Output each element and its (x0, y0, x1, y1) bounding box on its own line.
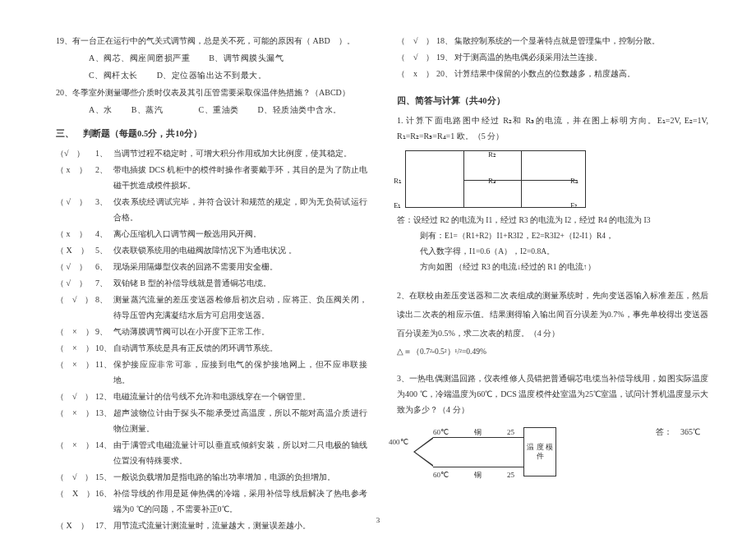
q19-opt-c: C、阀杆太长 (89, 71, 138, 80)
label-copper-bot: 铜 (474, 468, 482, 482)
circuit-diagram: R₁ R₂ R₃ R₄ E₁ E₂ (405, 150, 586, 208)
judge-text: 测量蒸汽流量的差压变送器检修后初次启动，应将正、负压阀关闭，待导压管内充满凝结水… (113, 292, 367, 323)
calc2-stem: 2、在联校由差压变送器和二次表组成的测量系统时，先向变送器输入标准差压，然后读出… (397, 286, 708, 343)
judge-text: 现场采用隔爆型仪表的回路不需要用安全栅。 (113, 259, 367, 274)
judge-mark: （ × ） (56, 405, 95, 436)
q20-opt-b: B、蒸汽 (131, 105, 164, 114)
judge-mark: （ √ ） (56, 389, 95, 404)
calc3-stem: 3、一热电偶测温回路，仪表维修人员错把普通铜芯电缆当补偿导线用，如图实际温度为4… (397, 371, 708, 417)
judge-num: 7、 (95, 275, 113, 291)
label-60c-bot: 60℃ (433, 468, 449, 482)
q19-opts-row2: C、阀杆太长 D、定位器输出达不到最大。 (56, 67, 367, 83)
label-400c: 400℃ (389, 435, 408, 449)
label-25-bot: 25 (507, 468, 514, 482)
q20-opt-d: D、轻质油类中含水。 (258, 105, 342, 114)
judge-text: 电磁流量计的信号线不允许和电源线穿在一个钢管里。 (113, 389, 367, 404)
judge-text: 仪表联锁系统用的电磁阀故障情况下为通电状况 。 (113, 242, 367, 258)
judge-num: 19、 (436, 49, 454, 65)
q19-opt-b: B、调节阀膜头漏气 (209, 53, 284, 62)
judge-text: 离心压缩机入口调节阀一般选用风开阀。 (113, 226, 367, 242)
calc2-ans: △＝（0.7²-0.5²）¹/²=0.49% (397, 344, 708, 359)
calc1-ans3: 代入数字得，I1=0.6（A），I2=0.8A。 (397, 244, 708, 259)
judge-num: 3、 (95, 194, 113, 225)
label-e2: E₂ (570, 199, 579, 213)
judge-mark: （ x ） (56, 226, 95, 242)
judge-12: （ √ ） 12、 电磁流量计的信号线不允许和电源线穿在一个钢管里。 (56, 389, 367, 404)
judge-mark: （ x ） (56, 162, 95, 193)
label-25-top: 25 (507, 426, 514, 440)
judge-3: （ √ ） 3、 仪表系统经调试完毕，并符合设计和规范的规定，即为无负荷试运行合… (56, 194, 367, 225)
q19-opts-row1: A、阀芯、阀座间磨损严重 B、调节阀膜头漏气 (56, 50, 367, 66)
judge-mark: （ √ ） (56, 194, 95, 225)
judge-14: （ × ） 14、 由于满管式电磁流量计可以垂直或倾斜安装，所以对二只电极的轴线… (56, 437, 367, 468)
judge-text: 计算结果中保留的小数点的位数越多，精度越高。 (454, 66, 708, 81)
judge-19: （ √ ） 19、 对于测高温的热电偶必须采用法兰连接。 (397, 49, 708, 65)
judge-mark: （ √ ） (397, 33, 436, 48)
section3-title: 三、 判断题（每题0.5分，共10分） (56, 126, 367, 142)
judge-text: 补偿导线的作用是延伸热偶的冷端，采用补偿导线后解决了热电参考端为0 ℃的问题，不… (113, 486, 367, 517)
judge-num: 6、 (95, 259, 113, 274)
judge-num: 12、 (95, 389, 113, 404)
q19-opt-a: A、阀芯、阀座间磨损严重 (89, 53, 190, 62)
judge-num: 20、 (436, 66, 454, 81)
judge-text: 双铂铑 B 型的补偿导线就是普通铜芯电缆。 (113, 275, 367, 291)
judge-text: 带电插拔 DCS 机柜中的模件时操作者要戴手环，其目的是为了防止电磁干扰造成模件… (113, 162, 367, 193)
label-r3: R₃ (488, 174, 496, 188)
judge-num: 11、 (95, 357, 113, 388)
judge-mark: （ X ） (56, 518, 95, 533)
judge-mark: （√ ） (56, 145, 95, 161)
judge-text: 由于满管式电磁流量计可以垂直或倾斜安装，所以对二只电极的轴线位置没有特殊要求。 (113, 437, 367, 468)
label-r4: R₄ (570, 174, 579, 188)
left-column: 19、有一台正在运行中的气关式调节阀，总是关不死，可能的原因有（ ABD ）。 … (49, 33, 382, 518)
judge-num: 16、 (95, 486, 113, 517)
judge-2: （ x ） 2、 带电插拔 DCS 机柜中的模件时操作者要戴手环，其目的是为了防… (56, 162, 367, 193)
judge-mark: （ √ ） (397, 49, 436, 65)
judge-text: 当调节过程不稳定时，可增大积分作用或加大比例度，使其稳定。 (113, 145, 367, 161)
judge-mark: （ × ） (56, 437, 95, 468)
judge-num: 8、 (95, 292, 113, 323)
judge-13: （ × ） 13、 超声波物位计由于探头不能承受过高温度，所以不能对高温介质进行… (56, 405, 367, 436)
calc1-ans4: 方向如图 （经过 R3 的电流↓经过的 R1 的电流↑） (397, 260, 708, 274)
judge-num: 18、 (436, 33, 454, 48)
judge-mark: （ × ） (56, 324, 95, 339)
judge-num: 4、 (95, 226, 113, 242)
judge-6: （ √ ） 6、 现场采用隔爆型仪表的回路不需要用安全栅。 (56, 259, 367, 274)
judge-1: （√ ） 1、 当调节过程不稳定时，可增大积分作用或加大比例度，使其稳定。 (56, 145, 367, 161)
judge-8: （ √ ） 8、 测量蒸汽流量的差压变送器检修后初次启动，应将正、负压阀关闭，待… (56, 292, 367, 323)
calc1-ans1: 答：设经过 R2 的电流为 I1，经过 R3 的电流为 I2，经过 R4 的电流… (397, 213, 708, 228)
label-r2: R₂ (488, 148, 496, 162)
judge-mark: （ √ ） (56, 292, 95, 323)
q20-opt-a: A、水 (89, 105, 113, 114)
judge-num: 17、 (95, 518, 113, 533)
judge-num: 1、 (95, 145, 113, 161)
judge-9: （ × ） 9、 气动薄膜调节阀可以在小开度下正常工作。 (56, 324, 367, 339)
judge-7: （ √ ） 7、 双铂铑 B 型的补偿导线就是普通铜芯电缆。 (56, 275, 367, 291)
judge-mark: （ √ ） (56, 469, 95, 485)
label-60c-top: 60℃ (433, 426, 449, 440)
q19-opt-d: D、定位器输出达不到最大。 (157, 71, 267, 80)
judge-num: 15、 (95, 469, 113, 485)
temp-module-box: 温 度 模 件 (523, 427, 556, 476)
label-r1: R₁ (394, 174, 402, 188)
q19-stem: 19、有一台正在运行中的气关式调节阀，总是关不死，可能的原因有（ ABD ）。 (56, 33, 367, 48)
judge-16: （ X ） 16、 补偿导线的作用是延伸热偶的冷端，采用补偿导线后解决了热电参考… (56, 486, 367, 517)
judge-num: 10、 (95, 340, 113, 356)
q20-stem: 20、冬季室外测量哪些介质时仪表及其引压管需要采取保温伴热措施？（ABCD） (56, 85, 367, 100)
judge-17: （ X ） 17、 用节流式流量计测流量时，流量越大，测量误差越小。 (56, 518, 367, 533)
judge-text: 超声波物位计由于探头不能承受过高温度，所以不能对高温介质进行物位测量。 (113, 405, 367, 436)
calc1-ans2: 则有：E1=（R1+R2）I1+R3I2，E2=R3I2+（I2-I1）R4， (397, 228, 708, 243)
judge-mark: （ × ） (56, 357, 95, 388)
right-column: （ √ ） 18、 集散控制系统的一个显著特点就是管理集中，控制分散。 （ √ … (382, 33, 715, 518)
judge-text: 自动调节系统是具有正反馈的闭环调节系统。 (113, 340, 367, 356)
q20-opt-c: C、重油类 (198, 105, 238, 114)
judge-5: （ X ） 5、 仪表联锁系统用的电磁阀故障情况下为通电状况 。 (56, 242, 367, 258)
judge-text: 一般说负载增加是指电路的输出功率增加，电源的负担增加。 (113, 469, 367, 485)
judge-mark: （ √ ） (56, 275, 95, 291)
calc1-stem: 1. 计算下面电路图中经过 R₂和 R₃的电流，并在图上标明方向。E₁=2V, … (397, 113, 708, 144)
judge-num: 2、 (95, 162, 113, 193)
judge-text: 仪表系统经调试完毕，并符合设计和规范的规定，即为无负荷试运行合格。 (113, 194, 367, 225)
judge-mark: （ x ） (397, 66, 436, 81)
page-number: 3 (376, 513, 380, 527)
judge-num: 14、 (95, 437, 113, 468)
judge-10: （ × ） 10、 自动调节系统是具有正反馈的闭环调节系统。 (56, 340, 367, 356)
